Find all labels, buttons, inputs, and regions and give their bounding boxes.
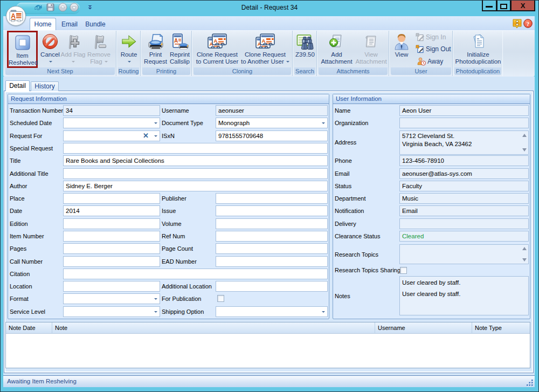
svg-text:A: A: [214, 38, 218, 44]
svg-text:A: A: [174, 38, 178, 44]
svg-text:A: A: [11, 12, 16, 20]
svg-text:A: A: [262, 38, 266, 44]
svg-text:?: ?: [527, 20, 530, 27]
